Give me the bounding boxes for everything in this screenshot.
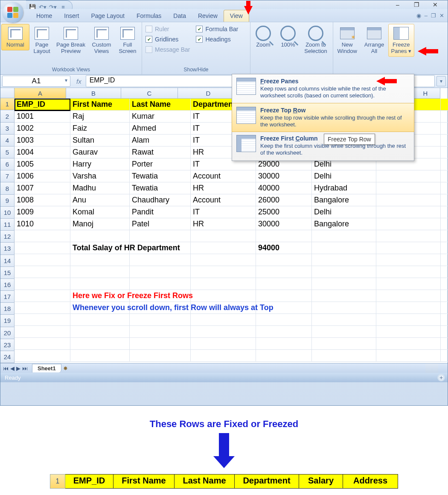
cell[interactable]: 1004 xyxy=(15,146,70,158)
cell[interactable] xyxy=(376,278,441,290)
cell[interactable] xyxy=(312,266,376,278)
cell[interactable] xyxy=(312,230,376,242)
last-sheet-icon[interactable]: ⏭ xyxy=(22,365,28,372)
cell[interactable]: Sultan xyxy=(70,135,130,146)
arrange-all-button[interactable]: Arrange All xyxy=(361,24,387,57)
cell[interactable]: Anu xyxy=(70,194,130,206)
cell[interactable]: 1007 xyxy=(15,182,70,194)
row-header[interactable]: 7 xyxy=(0,170,14,182)
cell[interactable]: Delhi xyxy=(312,170,376,182)
cell[interactable] xyxy=(376,230,441,242)
cell[interactable] xyxy=(130,230,191,242)
cell[interactable] xyxy=(376,242,441,254)
freeze-first-column-option[interactable]: Freeze First Column Keep the first colum… xyxy=(232,132,414,161)
cell[interactable] xyxy=(441,278,448,290)
cell[interactable] xyxy=(376,266,441,278)
cell[interactable]: 1001 xyxy=(15,111,70,123)
cell[interactable]: 1002 xyxy=(15,123,70,135)
maximize-button[interactable]: ❐ xyxy=(412,1,421,8)
tab-formulas[interactable]: Formulas xyxy=(131,10,167,22)
cell[interactable] xyxy=(441,170,448,182)
cell[interactable] xyxy=(256,290,312,302)
cell[interactable]: 94000 xyxy=(256,242,312,254)
help-icon[interactable]: ◉ xyxy=(416,12,421,19)
prev-sheet-icon[interactable]: ◀ xyxy=(10,365,15,372)
cell[interactable]: Harry xyxy=(70,158,130,170)
cell[interactable] xyxy=(15,326,70,338)
cell[interactable]: Chaudhary xyxy=(130,194,191,206)
cell[interactable] xyxy=(70,350,130,362)
cell[interactable] xyxy=(376,290,441,302)
cell[interactable] xyxy=(256,314,312,326)
cell[interactable] xyxy=(441,135,448,146)
page-layout-view-button[interactable]: Page Layout xyxy=(30,24,53,57)
cell[interactable] xyxy=(441,123,448,135)
cell[interactable]: Total Salay of HR Department xyxy=(70,242,130,254)
row-header[interactable]: 2 xyxy=(0,110,14,122)
cell[interactable] xyxy=(15,302,70,314)
cell[interactable] xyxy=(191,266,256,278)
row-header[interactable]: 8 xyxy=(0,182,14,194)
zoom-in-icon[interactable]: + xyxy=(437,374,445,381)
min-ribbon-icon[interactable]: – xyxy=(425,12,428,19)
cell[interactable] xyxy=(15,278,70,290)
cell[interactable]: Pandit xyxy=(130,206,191,218)
row-header[interactable]: 16 xyxy=(0,279,14,291)
cell[interactable] xyxy=(441,158,448,170)
cell[interactable] xyxy=(15,242,70,254)
zoom-100-button[interactable]: 100% xyxy=(276,24,300,50)
cell[interactable] xyxy=(312,278,376,290)
cell[interactable]: Alam xyxy=(130,135,191,146)
sheet-tab[interactable]: Sheet1 xyxy=(32,364,61,372)
cell[interactable] xyxy=(441,111,448,123)
row-header[interactable]: 6 xyxy=(0,158,14,170)
close-button[interactable]: ✕ xyxy=(431,1,440,8)
cell[interactable] xyxy=(15,254,70,266)
new-window-button[interactable]: New Window xyxy=(334,24,360,57)
cell[interactable] xyxy=(130,254,191,266)
cell[interactable]: Tewatia xyxy=(130,170,191,182)
horizontal-scrollbar[interactable] xyxy=(425,363,438,373)
cell[interactable] xyxy=(376,338,441,350)
cell[interactable]: Delhi xyxy=(312,206,376,218)
name-box[interactable]: A1 xyxy=(2,76,70,87)
row-header[interactable]: 1 xyxy=(0,98,14,110)
tab-page-layout[interactable]: Page Layout xyxy=(85,10,131,22)
cell[interactable] xyxy=(70,326,130,338)
cell[interactable] xyxy=(191,230,256,242)
cell[interactable] xyxy=(256,254,312,266)
cell[interactable] xyxy=(130,278,191,290)
cell[interactable]: 40000 xyxy=(256,182,312,194)
cell[interactable]: Last Name xyxy=(130,99,191,111)
cell[interactable] xyxy=(191,326,256,338)
cell[interactable]: Madhu xyxy=(70,182,130,194)
cell[interactable]: Raj xyxy=(70,111,130,123)
cell[interactable]: Bangalore xyxy=(312,194,376,206)
cell[interactable] xyxy=(15,230,70,242)
cell[interactable] xyxy=(312,242,376,254)
cell[interactable] xyxy=(312,254,376,266)
cell[interactable] xyxy=(376,302,441,314)
cell[interactable] xyxy=(256,326,312,338)
col-header[interactable]: B xyxy=(66,88,121,99)
cell[interactable] xyxy=(376,206,441,218)
cell[interactable] xyxy=(441,350,448,362)
zoom-button[interactable]: Zoom xyxy=(251,24,275,50)
cell[interactable] xyxy=(441,146,448,158)
cell[interactable] xyxy=(441,242,448,254)
row-header[interactable]: 23 xyxy=(0,339,14,351)
cell[interactable]: Here we Fix or Freeze First Rows xyxy=(70,290,130,302)
cell[interactable]: Porter xyxy=(130,158,191,170)
row-header[interactable]: 20 xyxy=(0,327,14,339)
cell[interactable] xyxy=(441,218,448,230)
cell[interactable]: Ahmed xyxy=(130,123,191,135)
cell[interactable] xyxy=(15,290,70,302)
cell[interactable] xyxy=(441,290,448,302)
formula-bar-checkbox[interactable] xyxy=(196,26,203,32)
cell[interactable] xyxy=(70,230,130,242)
cell[interactable] xyxy=(15,314,70,326)
cell[interactable]: EMP_ID xyxy=(15,99,70,111)
col-header[interactable]: H xyxy=(411,88,440,99)
page-break-preview-button[interactable]: Page Break Preview xyxy=(54,24,87,57)
cell[interactable]: First Name xyxy=(70,99,130,111)
